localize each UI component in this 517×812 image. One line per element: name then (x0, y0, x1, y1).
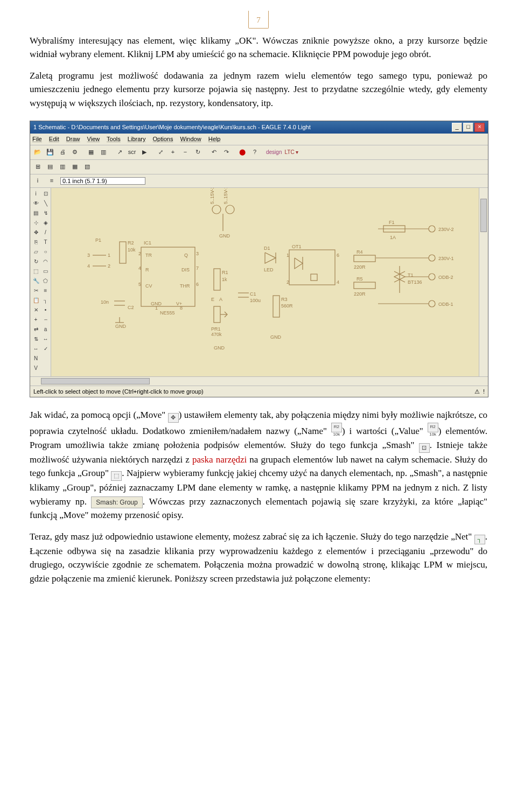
info-tool-icon[interactable]: i (31, 189, 40, 198)
coord-bar: i ≡ (30, 174, 488, 188)
layer4-icon[interactable]: ▧ (82, 162, 93, 172)
arc-tool-icon[interactable]: ◠ (41, 257, 50, 266)
display-tool-icon[interactable]: ▤ (31, 208, 40, 218)
tool-redo-icon[interactable]: ↷ (221, 147, 232, 158)
svg-point-0 (212, 205, 221, 214)
cut-tool-icon[interactable]: ✂ (31, 286, 40, 295)
name-tool-icon[interactable]: N (31, 354, 40, 363)
group-tool-icon[interactable]: ⬚ (31, 267, 40, 276)
tool-use-icon[interactable]: ↗ (114, 147, 125, 158)
tool-zoom-out-icon[interactable]: − (180, 147, 191, 158)
schematic-canvas[interactable]: 5..15V-2 5..15V-1 GND P1 3 4 1 2 R2 10k (51, 188, 479, 376)
paragraph-4: Teraz, gdy masz już odpowiednio ustawion… (30, 530, 487, 586)
split-tool-icon[interactable]: ↯ (41, 208, 50, 218)
tool-board-icon[interactable]: ▦ (86, 147, 96, 158)
layer2-icon[interactable]: ▥ (57, 162, 68, 172)
junction-tool-icon[interactable]: • (41, 305, 50, 314)
tool-sheet-icon[interactable]: ▥ (98, 147, 109, 158)
tool-run-icon[interactable]: ▶ (139, 147, 150, 158)
tool-zoom-in-icon[interactable]: + (167, 147, 178, 158)
mirror-tool-icon[interactable]: ▱ (31, 247, 40, 256)
maximize-button[interactable]: □ (463, 123, 473, 132)
horizontal-scrollbar[interactable] (30, 376, 488, 386)
svg-text:5: 5 (138, 282, 141, 287)
move-icon: ✥ (168, 413, 179, 423)
minimize-button[interactable]: _ (452, 123, 462, 132)
menu-view[interactable]: View (87, 136, 100, 142)
poly-tool-icon[interactable]: ⬠ (41, 276, 50, 285)
svg-text:C2: C2 (128, 305, 134, 310)
smash-group-menuitem: Smash: Group (91, 496, 142, 508)
pinswap-tool-icon[interactable]: ⇄ (31, 325, 40, 334)
layers-icon[interactable]: ≡ (46, 176, 57, 186)
show-tool-icon[interactable]: 👁 (31, 199, 40, 208)
tool-redraw-icon[interactable]: ↻ (192, 147, 203, 158)
svg-text:560R: 560R (281, 303, 293, 309)
rotate-tool-icon[interactable]: ↻ (31, 257, 40, 266)
layer3-icon[interactable]: ▦ (69, 162, 80, 172)
wire-tool-icon[interactable]: / (41, 228, 50, 237)
menu-help[interactable]: Help (208, 136, 221, 142)
move-tool-icon[interactable]: ✥ (31, 228, 40, 237)
tool-print-icon[interactable]: 🖨 (57, 147, 68, 158)
tool-cam-icon[interactable]: ⚙ (69, 147, 80, 158)
dimension-tool-icon[interactable]: ↔ (41, 334, 50, 344)
tool-script-icon[interactable]: scr (127, 147, 137, 158)
text-tool-icon[interactable]: T (41, 237, 50, 247)
bus-tool-icon[interactable]: ≡ (41, 286, 50, 295)
rect-tool-icon[interactable]: ▭ (41, 267, 50, 276)
tool-save-icon[interactable]: 💾 (45, 147, 55, 158)
coord-input[interactable] (60, 177, 145, 185)
menu-tools[interactable]: Tools (107, 136, 121, 142)
value-tool-icon[interactable]: V (31, 363, 40, 373)
replace-tool-icon[interactable]: ↔ (31, 344, 40, 353)
menu-edit[interactable]: Edit (49, 136, 59, 142)
copy-tool-icon[interactable]: ⎘ (31, 237, 40, 247)
status-ok-icon[interactable]: ! (483, 387, 485, 396)
layer1-icon[interactable]: ▤ (45, 162, 55, 172)
close-button[interactable]: × (474, 123, 485, 132)
erc-tool-icon[interactable]: ✓ (41, 344, 50, 353)
svg-text:6: 6 (196, 282, 199, 287)
svg-text:R3: R3 (281, 297, 288, 302)
grid-icon[interactable]: ⊞ (32, 162, 43, 172)
paste-tool-icon[interactable]: 📋 (31, 296, 40, 305)
layer-toolbar: ⊞ ▤ ▥ ▦ ▧ (30, 160, 488, 174)
net-tool-icon[interactable]: ┐ (41, 296, 50, 305)
tool-stop-icon[interactable]: ⬤ (237, 147, 248, 158)
svg-text:NE555: NE555 (160, 310, 175, 316)
menu-window[interactable]: Window (180, 136, 201, 142)
svg-text:A: A (219, 297, 222, 302)
add-tool-icon[interactable]: + (31, 315, 40, 324)
menu-draw[interactable]: Draw (66, 136, 80, 142)
vertical-scrollbar[interactable] (479, 188, 488, 376)
label-tool-icon[interactable]: ⎓ (41, 315, 50, 324)
info-icon[interactable]: i (32, 176, 43, 186)
menu-options[interactable]: Options (153, 136, 173, 142)
circle-tool-icon[interactable]: ○ (41, 247, 50, 256)
mark-tool-icon[interactable]: ⊹ (31, 218, 40, 227)
miter-tool-icon[interactable]: ╲ (41, 199, 50, 208)
menu-file[interactable]: File (32, 136, 42, 142)
tool-undo-icon[interactable]: ↶ (208, 147, 219, 158)
svg-point-1 (226, 205, 234, 214)
svg-text:220R: 220R (354, 264, 366, 270)
svg-text:R1: R1 (222, 270, 228, 275)
tool-zoom-fit-icon[interactable]: ⤢ (155, 147, 166, 158)
left-toolbox: i 👁 ▤ ⊹ ✥ ⎘ ▱ ↻ ⬚ 🔧 ✂ 📋 ✕ + ⇄ ⇅ ↔ N V ⊡ (30, 188, 51, 376)
status-warn-icon[interactable]: ⚠ (474, 387, 480, 396)
attribute-tool-icon[interactable]: a (41, 325, 50, 334)
delete-tool-icon[interactable]: ✕ (31, 305, 40, 314)
svg-text:470k: 470k (211, 332, 222, 337)
gateswap-tool-icon[interactable]: ⇅ (31, 334, 40, 344)
menu-library[interactable]: Library (128, 136, 146, 142)
smash-tool-icon[interactable]: ⊡ (41, 189, 50, 198)
change-tool-icon[interactable]: 🔧 (31, 276, 40, 285)
tool-open-icon[interactable]: 📂 (32, 147, 43, 158)
svg-text:BT136: BT136 (408, 279, 422, 285)
designlink-icon[interactable]: design (266, 147, 282, 158)
invoke-tool-icon[interactable]: ◈ (41, 218, 50, 227)
ltspice-icon[interactable]: LTC ▾ (284, 147, 299, 158)
tool-go-icon[interactable]: ? (249, 147, 260, 158)
svg-point-88 (429, 274, 435, 280)
